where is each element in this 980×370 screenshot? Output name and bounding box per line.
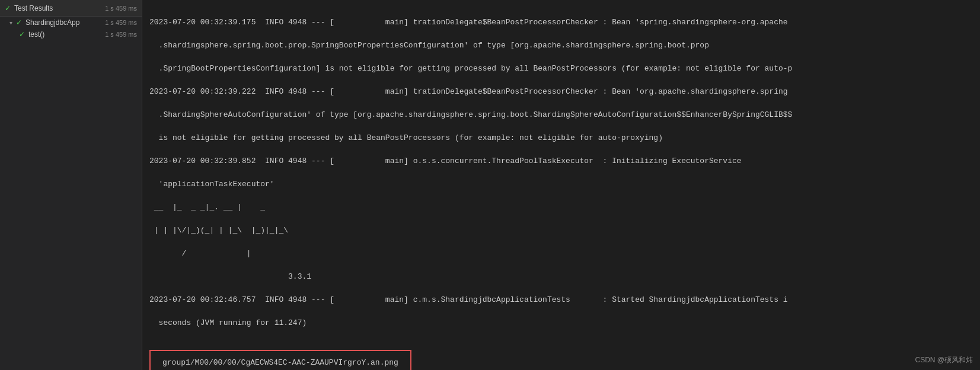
log-line-2: .shardingsphere.spring.boot.prop.SpringB… [149,40,973,52]
highlighted-path-container: group1/M00/00/00/CgAECWS4EC-AAC-ZAAUPVIr… [142,343,980,371]
log-line-8: 'applicationTaskExecutor' [149,178,973,190]
log-line-1: 2023-07-20 00:32:39.175 INFO 4948 --- [ … [149,17,973,28]
highlighted-path-text: group1/M00/00/00/CgAECWS4EC-AAC-ZAAUPVIr… [162,358,398,367]
ascii-art-line-2: | | |\/|_)(_| | |_\ |_)|_|_\ [149,225,973,237]
log-line-9: 2023-07-20 00:32:46.757 INFO 4948 --- [ … [149,294,973,306]
log-line-3: .SpringBootPropertiesConfiguration] is n… [149,63,973,75]
pass-icon: ✓ [5,4,11,12]
total-time-badge: 1 s 459 ms [105,5,137,12]
ascii-art-line-1: __ |_ _ _|_. __ | _ [149,202,973,213]
test-results-label: Test Results [14,4,53,12]
log-line-10: seconds (JVM running for 11.247) [149,317,973,329]
test-suite-item[interactable]: ▾ ✓ ShardingjdbcApp 1 s 459 ms [0,17,142,28]
suite-time: 1 s 459 ms [105,19,137,26]
watermark-text: CSDN @硕风和炜 [915,355,973,365]
method-time: 1 s 459 ms [105,31,137,38]
suite-label: ShardingjdbcApp [25,18,79,27]
method-label: test() [28,30,44,39]
chevron-icon: ▾ [9,20,12,26]
log-line-6: is not eligible for getting processed by… [149,132,973,144]
version-line: 3.3.1 [149,271,973,283]
test-results-title-area: ✓ Test Results [5,4,53,12]
ascii-art-line-3: / | [149,248,973,260]
method-pass-icon: ✓ [19,30,25,39]
log-line-4: 2023-07-20 00:32:39.222 INFO 4948 --- [ … [149,86,973,98]
log-line-7: 2023-07-20 00:32:39.852 INFO 4948 --- [ … [149,155,973,167]
highlighted-path-box: group1/M00/00/00/CgAECWS4EC-AAC-ZAAUPVIr… [149,350,411,371]
test-method-item[interactable]: ✓ test() 1 s 459 ms [0,28,142,40]
suite-pass-icon: ✓ [16,18,22,27]
console-output-panel[interactable]: 2023-07-20 00:32:39.175 INFO 4948 --- [ … [142,0,980,370]
test-results-header: ✓ Test Results 1 s 459 ms [0,0,142,17]
console-text: 2023-07-20 00:32:39.175 INFO 4948 --- [ … [142,2,980,343]
log-line-5: .ShardingSphereAutoConfiguration' of typ… [149,109,973,121]
test-results-panel: ✓ Test Results 1 s 459 ms ▾ ✓ Shardingjd… [0,0,142,370]
